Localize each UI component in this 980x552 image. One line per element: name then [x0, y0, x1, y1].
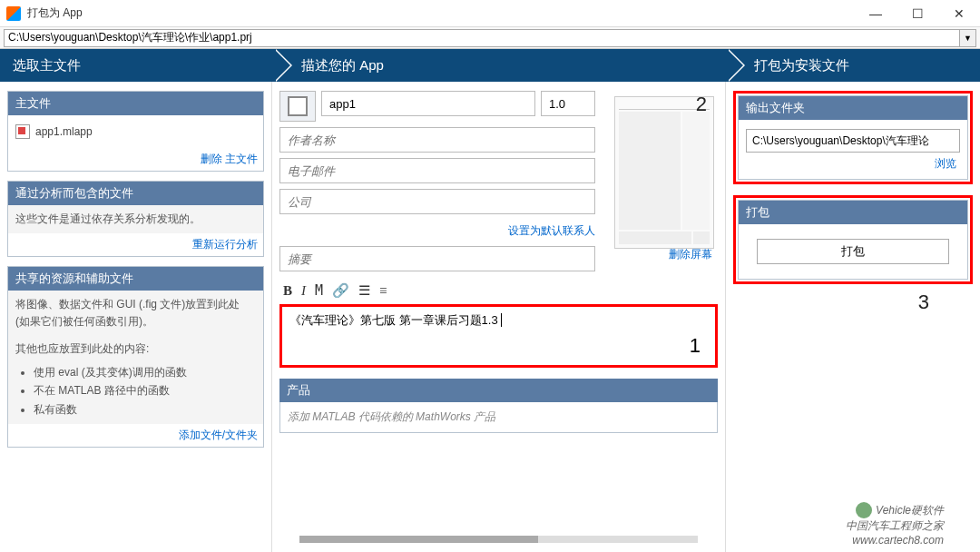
shared-resources-panel: 共享的资源和辅助文件 将图像、数据文件和 GUI (.fig 文件)放置到此处 … — [7, 266, 264, 448]
bullet-list-button[interactable]: ☰ — [358, 282, 370, 299]
set-default-contact-link[interactable]: 设置为默认联系人 — [508, 224, 595, 237]
matlab-icon — [6, 6, 21, 21]
main-file-panel: 主文件 app1.mlapp 删除 主文件 — [7, 91, 264, 172]
company-input[interactable] — [279, 189, 595, 214]
step-header: 选取主文件 描述您的 App 打包为安装文件 — [0, 49, 980, 82]
description-input[interactable]: 《汽车理论》第七版 第一章课后习题1.3 1 — [279, 304, 718, 368]
products-placeholder[interactable]: 添加 MATLAB 代码依赖的 MathWorks 产品 — [279, 402, 718, 433]
bullet-eval: 使用 eval (及其变体)调用的函数 — [34, 363, 256, 381]
annotation-2: 2 — [696, 93, 707, 116]
shared-resources-header: 共享的资源和辅助文件 — [8, 267, 263, 291]
column-main-files: 主文件 app1.mlapp 删除 主文件 通过分析而包含的文件 这些文件是通过… — [0, 82, 272, 552]
app-version-input[interactable] — [541, 91, 595, 116]
bullet-private: 私有函数 — [34, 400, 256, 419]
output-folder-input[interactable] — [746, 129, 960, 153]
package-header: 打包 — [739, 201, 967, 224]
maximize-button[interactable]: ☐ — [897, 0, 938, 27]
app-name-input[interactable] — [321, 91, 535, 116]
app-icon-picker[interactable] — [279, 91, 316, 122]
shared-text-2: 其他也应放置到此处的内容: — [15, 340, 256, 358]
italic-button[interactable]: I — [301, 283, 306, 299]
output-folder-highlight: 输出文件夹 浏览 — [733, 91, 973, 184]
author-name-input[interactable] — [279, 127, 595, 153]
watermark-line2: 中国汽车工程师之家 — [846, 518, 944, 534]
step-select-main[interactable]: 选取主文件 — [0, 49, 274, 82]
bullet-path: 不在 MATLAB 路径中的函数 — [34, 381, 256, 399]
bold-button[interactable]: B — [283, 283, 292, 299]
summary-input[interactable] — [279, 246, 595, 271]
included-files-text: 这些文件是通过依存关系分析发现的。 — [15, 211, 256, 228]
main-file-header: 主文件 — [8, 92, 263, 115]
description-text: 《汽车理论》第七版 第一章课后习题1.3 — [289, 313, 498, 327]
delete-screenshot-link[interactable]: 删除屏幕 — [669, 248, 712, 261]
column-describe: 设置为默认联系人 删除屏幕 2 B I M 🔗 ☰ ≡ 《汽车理论》第七版 第一… — [272, 82, 726, 552]
add-files-link[interactable]: 添加文件/文件夹 — [179, 429, 258, 441]
step-package[interactable]: 打包为安装文件 — [727, 49, 980, 82]
horizontal-scrollbar[interactable] — [299, 536, 698, 543]
close-button[interactable]: ✕ — [938, 0, 980, 27]
output-folder-header: 输出文件夹 — [739, 96, 967, 120]
path-dropdown-button[interactable]: ▼ — [960, 29, 976, 47]
package-highlight: 打包 打包 — [733, 195, 973, 284]
annotation-1: 1 — [690, 334, 701, 358]
products-header: 产品 — [279, 379, 718, 402]
rerun-analysis-link[interactable]: 重新运行分析 — [192, 238, 258, 251]
email-input[interactable] — [279, 158, 595, 183]
browse-link[interactable]: 浏览 — [935, 157, 956, 170]
description-toolbar: B I M 🔗 ☰ ≡ — [279, 277, 718, 304]
included-files-header: 通过分析而包含的文件 — [8, 182, 263, 205]
mono-button[interactable]: M — [315, 282, 323, 299]
main-file-row[interactable]: app1.mlapp — [15, 121, 256, 143]
path-bar: ▼ — [0, 27, 980, 49]
watermark-line1: Vehicle硬软件 — [876, 503, 944, 518]
package-button[interactable]: 打包 — [757, 239, 949, 264]
included-files-panel: 通过分析而包含的文件 这些文件是通过依存关系分析发现的。 重新运行分析 — [7, 181, 264, 257]
titlebar: 打包为 App — ☐ ✕ — [0, 0, 980, 27]
mlapp-file-icon — [15, 124, 30, 139]
wechat-icon — [856, 502, 872, 518]
minimize-button[interactable]: — — [855, 0, 897, 27]
screenshot-thumbnail[interactable] — [614, 96, 714, 249]
annotation-3: 3 — [918, 291, 929, 314]
shared-text-1: 将图像、数据文件和 GUI (.fig 文件)放置到此处 (如果它们被任何函数引… — [15, 296, 256, 330]
window-title: 打包为 App — [27, 5, 855, 21]
watermark: Vehicle硬软件 中国汽车工程师之家 www.cartech8.com — [846, 502, 944, 547]
watermark-line3: www.cartech8.com — [846, 534, 944, 547]
delete-main-file-link[interactable]: 删除 主文件 — [201, 153, 258, 165]
number-list-button[interactable]: ≡ — [379, 283, 387, 299]
step-describe-app[interactable]: 描述您的 App — [274, 49, 727, 82]
main-file-name: app1.mlapp — [35, 125, 93, 138]
column-package: 输出文件夹 浏览 打包 打包 3 — [726, 82, 980, 552]
link-button[interactable]: 🔗 — [332, 282, 349, 299]
project-path-input[interactable] — [4, 29, 960, 47]
